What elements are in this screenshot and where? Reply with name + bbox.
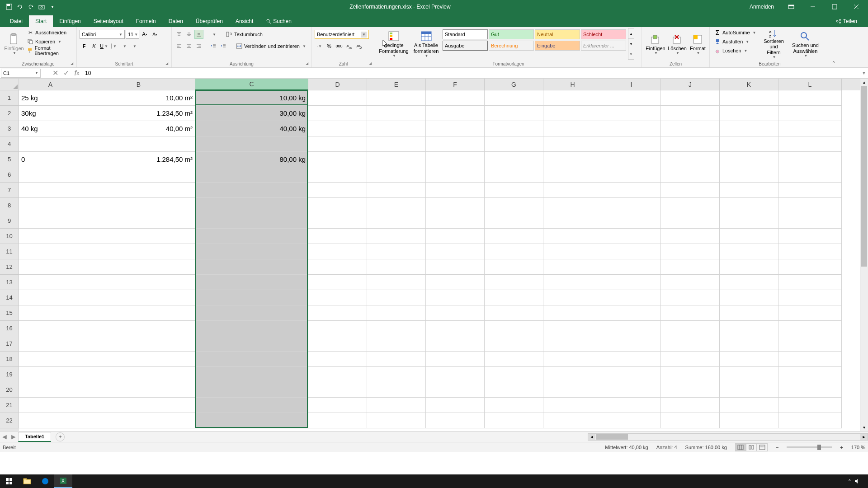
- cell-L7[interactable]: [778, 183, 842, 198]
- cell-D3[interactable]: [308, 121, 367, 136]
- style-schlecht[interactable]: Schlecht: [581, 29, 626, 39]
- cell-E1[interactable]: [367, 90, 426, 106]
- cell-G14[interactable]: [485, 290, 543, 305]
- wrap-text-button[interactable]: Textumbruch: [224, 30, 264, 39]
- increase-indent-icon[interactable]: [219, 42, 228, 51]
- find-select-button[interactable]: Suchen und Auswählen▼: [789, 28, 821, 60]
- cell-G18[interactable]: [485, 352, 543, 367]
- cell-B11[interactable]: [82, 244, 195, 259]
- row-header-9[interactable]: 9: [0, 213, 19, 229]
- cell-C16[interactable]: [195, 321, 308, 336]
- col-header-C[interactable]: C: [195, 79, 308, 90]
- cell-F7[interactable]: [426, 183, 485, 198]
- percent-format-icon[interactable]: %: [325, 42, 334, 51]
- cell-G10[interactable]: [485, 229, 543, 244]
- cell-A9[interactable]: [19, 213, 82, 229]
- cell-A22[interactable]: [19, 413, 82, 428]
- cell-K4[interactable]: [720, 136, 778, 152]
- cell-E18[interactable]: [367, 352, 426, 367]
- cell-I10[interactable]: [602, 229, 661, 244]
- col-header-G[interactable]: G: [485, 79, 543, 90]
- cell-F9[interactable]: [426, 213, 485, 229]
- decrease-font-icon[interactable]: A▾: [150, 30, 159, 39]
- delete-cells-button[interactable]: Löschen▼: [666, 28, 688, 60]
- cell-B18[interactable]: [82, 352, 195, 367]
- row-header-8[interactable]: 8: [0, 198, 19, 213]
- tray-volume-icon[interactable]: [854, 479, 861, 484]
- minimize-icon[interactable]: [803, 0, 823, 14]
- cell-C7[interactable]: [195, 183, 308, 198]
- cell-D8[interactable]: [308, 198, 367, 213]
- cell-K22[interactable]: [720, 413, 778, 428]
- cell-F10[interactable]: [426, 229, 485, 244]
- cell-L15[interactable]: [778, 305, 842, 321]
- cell-J21[interactable]: [661, 398, 720, 413]
- cell-H10[interactable]: [543, 229, 602, 244]
- redo-icon[interactable]: [27, 3, 34, 10]
- cell-I9[interactable]: [602, 213, 661, 229]
- comma-format-icon[interactable]: 000: [335, 42, 344, 51]
- cell-G9[interactable]: [485, 213, 543, 229]
- camera-icon[interactable]: [38, 3, 45, 10]
- style-eingabe[interactable]: Eingabe: [535, 41, 580, 51]
- col-header-J[interactable]: J: [661, 79, 720, 90]
- cell-G5[interactable]: [485, 152, 543, 167]
- cell-K15[interactable]: [720, 305, 778, 321]
- cell-L6[interactable]: [778, 167, 842, 183]
- cell-G6[interactable]: [485, 167, 543, 183]
- cell-I20[interactable]: [602, 382, 661, 398]
- tray-chevron-icon[interactable]: ^: [849, 479, 851, 484]
- cell-B9[interactable]: [82, 213, 195, 229]
- cell-F3[interactable]: [426, 121, 485, 136]
- name-box[interactable]: C1▼: [1, 69, 41, 78]
- sheet-nav-next-icon[interactable]: ►: [9, 432, 18, 441]
- cell-B3[interactable]: 40,00 m²: [82, 121, 195, 136]
- cell-B15[interactable]: [82, 305, 195, 321]
- cell-I16[interactable]: [602, 321, 661, 336]
- cell-E14[interactable]: [367, 290, 426, 305]
- row-header-20[interactable]: 20: [0, 382, 19, 398]
- row-header-13[interactable]: 13: [0, 275, 19, 290]
- col-header-L[interactable]: L: [778, 79, 842, 90]
- clipboard-dialog-icon[interactable]: ◢: [71, 61, 75, 66]
- cell-A19[interactable]: [19, 367, 82, 382]
- cell-K2[interactable]: [720, 106, 778, 121]
- cell-J5[interactable]: [661, 152, 720, 167]
- cell-J6[interactable]: [661, 167, 720, 183]
- cell-K21[interactable]: [720, 398, 778, 413]
- cell-E11[interactable]: [367, 244, 426, 259]
- cell-E20[interactable]: [367, 382, 426, 398]
- cell-J3[interactable]: [661, 121, 720, 136]
- formula-input[interactable]: 10: [82, 69, 860, 78]
- cell-K6[interactable]: [720, 167, 778, 183]
- cell-B17[interactable]: [82, 336, 195, 352]
- qat-dropdown-icon[interactable]: ▼: [49, 3, 56, 10]
- cell-B19[interactable]: [82, 367, 195, 382]
- cell-D16[interactable]: [308, 321, 367, 336]
- cell-F18[interactable]: [426, 352, 485, 367]
- sheet-nav-prev-icon[interactable]: ◄: [0, 432, 9, 441]
- cell-C12[interactable]: [195, 259, 308, 275]
- cell-F4[interactable]: [426, 136, 485, 152]
- cell-H13[interactable]: [543, 275, 602, 290]
- cell-G20[interactable]: [485, 382, 543, 398]
- row-header-17[interactable]: 17: [0, 336, 19, 352]
- cell-C19[interactable]: [195, 367, 308, 382]
- cell-A5[interactable]: 0: [19, 152, 82, 167]
- cell-G17[interactable]: [485, 336, 543, 352]
- sort-filter-button[interactable]: AZ Sortieren und Filtern▼: [758, 28, 789, 60]
- tell-me-search[interactable]: Suchen: [259, 15, 298, 27]
- cell-F5[interactable]: [426, 152, 485, 167]
- cell-I13[interactable]: [602, 275, 661, 290]
- cell-G7[interactable]: [485, 183, 543, 198]
- cell-D21[interactable]: [308, 398, 367, 413]
- select-all-corner[interactable]: [0, 79, 19, 90]
- cell-C2[interactable]: 30,00 kg: [195, 106, 308, 121]
- cell-D11[interactable]: [308, 244, 367, 259]
- cell-H2[interactable]: [543, 106, 602, 121]
- cell-H1[interactable]: [543, 90, 602, 106]
- cell-G12[interactable]: [485, 259, 543, 275]
- cell-J2[interactable]: [661, 106, 720, 121]
- align-bottom-icon[interactable]: [194, 30, 203, 39]
- page-layout-view-icon[interactable]: [746, 443, 757, 451]
